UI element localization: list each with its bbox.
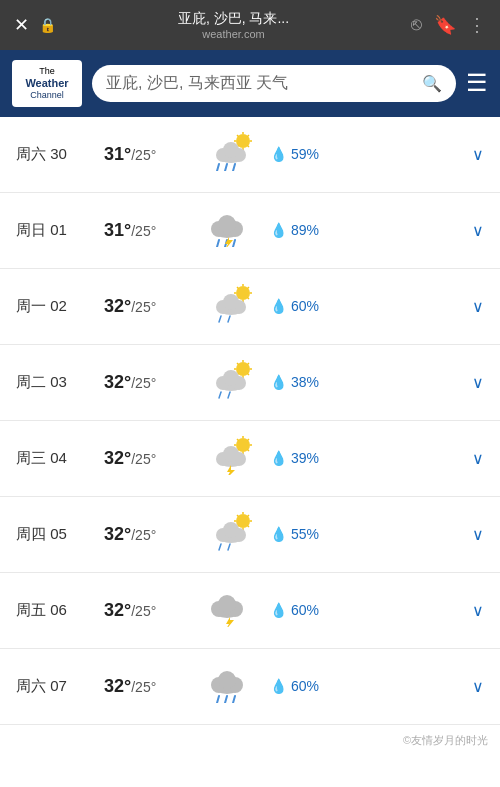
day-label: 周四 05 bbox=[16, 525, 96, 544]
temp-low: /25° bbox=[131, 147, 156, 163]
hamburger-menu[interactable]: ☰ bbox=[466, 69, 488, 97]
weather-icon bbox=[202, 131, 262, 178]
temp-high: 31° bbox=[104, 220, 131, 240]
share-icon[interactable]: ⎋ bbox=[411, 14, 422, 36]
temp-high: 32° bbox=[104, 296, 131, 316]
temp-low: /25° bbox=[131, 451, 156, 467]
svg-point-86 bbox=[218, 595, 236, 613]
temp-range: 32°/25° bbox=[104, 676, 194, 697]
weather-row: 周二 03 32°/25° 💧 38% ∨ bbox=[0, 345, 500, 421]
day-label: 周三 04 bbox=[16, 449, 96, 468]
rain-drop-icon: 💧 bbox=[270, 526, 287, 542]
svg-line-22 bbox=[233, 240, 235, 247]
expand-chevron[interactable]: ∨ bbox=[472, 297, 484, 316]
precip-value: 55% bbox=[291, 526, 319, 542]
rain-drop-icon: 💧 bbox=[270, 222, 287, 238]
rain-drop-icon: 💧 bbox=[270, 146, 287, 162]
precipitation: 💧 60% bbox=[270, 298, 330, 314]
svg-line-73 bbox=[237, 515, 239, 517]
weather-row: 周一 02 32°/25° 💧 60% ∨ bbox=[0, 269, 500, 345]
weather-row: 周日 01 31°/25° 💧 89% ∨ bbox=[0, 193, 500, 269]
svg-line-60 bbox=[247, 449, 249, 451]
precip-value: 89% bbox=[291, 222, 319, 238]
temp-range: 32°/25° bbox=[104, 296, 194, 317]
svg-point-51 bbox=[223, 370, 239, 386]
weather-icon bbox=[202, 359, 262, 406]
svg-line-37 bbox=[219, 316, 221, 322]
svg-point-91 bbox=[218, 671, 236, 689]
svg-line-45 bbox=[247, 373, 249, 375]
domain-label: weather.com bbox=[202, 28, 264, 40]
search-text: 亚庇, 沙巴, 马来西亚 天气 bbox=[106, 73, 288, 94]
svg-line-82 bbox=[228, 544, 230, 550]
precip-value: 39% bbox=[291, 450, 319, 466]
expand-chevron[interactable]: ∨ bbox=[472, 221, 484, 240]
svg-line-8 bbox=[247, 135, 249, 137]
temp-high: 32° bbox=[104, 448, 131, 468]
temp-range: 31°/25° bbox=[104, 144, 194, 165]
expand-chevron[interactable]: ∨ bbox=[472, 373, 484, 392]
svg-line-44 bbox=[237, 363, 239, 365]
svg-line-32 bbox=[247, 287, 249, 289]
temp-high: 31° bbox=[104, 144, 131, 164]
svg-line-94 bbox=[233, 696, 235, 703]
day-label: 周六 30 bbox=[16, 145, 96, 164]
svg-point-66 bbox=[223, 446, 239, 462]
svg-line-30 bbox=[247, 297, 249, 299]
browser-actions: ⎋ 🔖 ⋮ bbox=[411, 14, 486, 36]
svg-line-6 bbox=[247, 145, 249, 147]
expand-chevron[interactable]: ∨ bbox=[472, 145, 484, 164]
temp-high: 32° bbox=[104, 524, 131, 544]
svg-line-15 bbox=[233, 164, 235, 171]
browser-chrome: ✕ 🔒 亚庇, 沙巴, 马来... weather.com ⎋ 🔖 ⋮ bbox=[0, 0, 500, 50]
temp-low: /25° bbox=[131, 299, 156, 315]
weather-row: 周三 04 32°/25° 💧 39% ∨ bbox=[0, 421, 500, 497]
precip-value: 59% bbox=[291, 146, 319, 162]
site-header: The Weather Channel 亚庇, 沙巴, 马来西亚 天气 🔍 ☰ bbox=[0, 50, 500, 117]
twc-logo: The Weather Channel bbox=[12, 60, 82, 107]
precipitation: 💧 55% bbox=[270, 526, 330, 542]
rain-drop-icon: 💧 bbox=[270, 374, 287, 390]
close-button[interactable]: ✕ bbox=[14, 14, 29, 36]
svg-line-62 bbox=[247, 439, 249, 441]
temp-range: 32°/25° bbox=[104, 524, 194, 545]
weather-icon bbox=[202, 587, 262, 634]
day-label: 周一 02 bbox=[16, 297, 96, 316]
bookmark-icon[interactable]: 🔖 bbox=[434, 14, 456, 36]
svg-point-12 bbox=[223, 142, 239, 158]
expand-chevron[interactable]: ∨ bbox=[472, 601, 484, 620]
weather-icon bbox=[202, 435, 262, 482]
weather-icon bbox=[202, 511, 262, 558]
temp-range: 32°/25° bbox=[104, 600, 194, 621]
svg-marker-87 bbox=[225, 617, 234, 627]
lock-icon: 🔒 bbox=[39, 17, 56, 33]
temp-high: 32° bbox=[104, 676, 131, 696]
expand-chevron[interactable]: ∨ bbox=[472, 525, 484, 544]
precip-value: 38% bbox=[291, 374, 319, 390]
day-label: 周二 03 bbox=[16, 373, 96, 392]
rain-drop-icon: 💧 bbox=[270, 298, 287, 314]
weather-row: 周五 06 32°/25° 💧 60% ∨ bbox=[0, 573, 500, 649]
svg-line-59 bbox=[237, 439, 239, 441]
temp-high: 32° bbox=[104, 600, 131, 620]
svg-line-29 bbox=[237, 287, 239, 289]
svg-line-5 bbox=[237, 135, 239, 137]
search-bar[interactable]: 亚庇, 沙巴, 马来西亚 天气 🔍 bbox=[92, 65, 456, 102]
temp-low: /25° bbox=[131, 375, 156, 391]
svg-point-36 bbox=[223, 294, 239, 310]
weather-icon bbox=[202, 663, 262, 710]
precip-value: 60% bbox=[291, 678, 319, 694]
search-icon[interactable]: 🔍 bbox=[422, 74, 442, 93]
svg-line-47 bbox=[247, 363, 249, 365]
svg-line-14 bbox=[225, 164, 227, 171]
more-icon[interactable]: ⋮ bbox=[468, 14, 486, 36]
expand-chevron[interactable]: ∨ bbox=[472, 677, 484, 696]
precip-value: 60% bbox=[291, 298, 319, 314]
expand-chevron[interactable]: ∨ bbox=[472, 449, 484, 468]
rain-drop-icon: 💧 bbox=[270, 450, 287, 466]
weather-icon bbox=[202, 207, 262, 254]
rain-drop-icon: 💧 bbox=[270, 602, 287, 618]
svg-line-76 bbox=[247, 515, 249, 517]
url-area: 亚庇, 沙巴, 马来... weather.com bbox=[66, 10, 401, 40]
weather-row: 周四 05 32°/25° 💧 55% ∨ bbox=[0, 497, 500, 573]
